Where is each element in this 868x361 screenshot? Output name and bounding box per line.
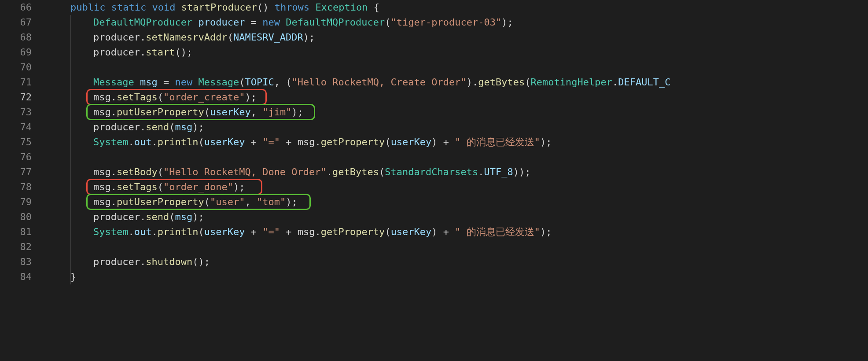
- indent-guide: [70, 269, 71, 284]
- code-line[interactable]: producer.setNamesrvAddr(NAMESRV_ADDR);: [48, 30, 868, 45]
- code-line[interactable]: [48, 60, 868, 75]
- token-punc: ) +: [431, 226, 455, 237]
- token-punc: (: [158, 166, 163, 177]
- token-type: System: [93, 136, 128, 147]
- token-type: Message: [93, 77, 134, 88]
- code-line[interactable]: DefaultMQProducer producer = new Default…: [48, 15, 868, 30]
- indent-guide: [70, 105, 71, 120]
- code-content: producer.send(msg);: [48, 210, 204, 225]
- indent-guide: [70, 90, 71, 105]
- token-field: out: [134, 226, 152, 237]
- code-area[interactable]: public static void startProducer() throw…: [44, 0, 868, 361]
- code-editor[interactable]: 66676869707172737475767778798081828384 p…: [0, 0, 868, 361]
- token-punc: .: [140, 122, 146, 133]
- token-punc: .: [140, 47, 146, 58]
- indent-guide: [70, 239, 71, 254]
- token-kw: static: [111, 2, 146, 13]
- code-line[interactable]: msg.setTags("order_create");: [48, 90, 868, 105]
- token-punc: (: [198, 136, 204, 147]
- line-number: 67: [0, 15, 32, 30]
- token-punc: (: [204, 107, 210, 118]
- token-fn: getProperty: [321, 226, 385, 237]
- token-punc: );: [286, 196, 298, 207]
- token-str: "user": [210, 196, 245, 207]
- code-line[interactable]: [48, 239, 868, 254]
- indent-guide: [70, 75, 71, 90]
- token-fn: println: [158, 226, 199, 237]
- code-line[interactable]: producer.send(msg);: [48, 120, 868, 135]
- code-content: DefaultMQProducer producer = new Default…: [48, 15, 513, 30]
- token-punc: =: [245, 17, 262, 28]
- token-fn: putUserProperty: [117, 196, 204, 207]
- token-var: userKey: [210, 107, 251, 118]
- indent-guide: [70, 120, 71, 135]
- code-line[interactable]: producer.start();: [48, 45, 868, 60]
- token-type: StandardCharsets: [385, 166, 478, 177]
- token-const: DEFAULT_C: [618, 77, 670, 88]
- line-number: 81: [0, 225, 32, 239]
- token-punc: +: [280, 226, 298, 237]
- token-punc: (: [228, 32, 233, 43]
- token-punc: ,: [245, 196, 257, 207]
- token-field: out: [134, 136, 152, 147]
- token-punc: );: [192, 122, 204, 133]
- token-str: "tom": [257, 196, 286, 207]
- code-content: System.out.println(userKey + "=" + msg.g…: [48, 225, 552, 239]
- code-line[interactable]: Message msg = new Message(TOPIC, ("Hello…: [48, 75, 868, 90]
- code-content: msg.setBody("Hello RocketMQ, Done Order"…: [48, 165, 530, 180]
- token-str: "Hello RocketMQ, Create Order": [291, 77, 466, 88]
- token-punc: (: [385, 226, 390, 237]
- line-number: 83: [0, 254, 32, 269]
- token-punc: ();: [192, 256, 210, 267]
- code-line[interactable]: msg.putUserProperty("user", "tom");: [48, 195, 868, 210]
- token-var: userKey: [391, 226, 432, 237]
- token-type: DefaultMQProducer: [93, 17, 192, 28]
- code-line[interactable]: System.out.println(userKey + "=" + msg.g…: [48, 135, 868, 150]
- code-line[interactable]: System.out.println(userKey + "=" + msg.g…: [48, 225, 868, 239]
- token-ident: msg: [93, 181, 111, 192]
- token-punc: .: [140, 256, 146, 267]
- token-punc: );: [233, 181, 245, 192]
- token-fn: getBytes: [332, 166, 379, 177]
- line-number: 66: [0, 0, 32, 15]
- token-var: msg: [175, 211, 192, 222]
- token-punc: );: [540, 136, 552, 147]
- token-punc: (: [379, 166, 385, 177]
- token-punc: .: [128, 226, 134, 237]
- indent-guide: [70, 180, 71, 195]
- token-punc: [175, 2, 181, 13]
- token-fn: putUserProperty: [117, 107, 204, 118]
- token-punc: );: [540, 226, 552, 237]
- token-punc: ));: [513, 166, 531, 177]
- code-line[interactable]: msg.setTags("order_done");: [48, 180, 868, 195]
- token-ident: producer: [93, 47, 140, 58]
- token-punc: (: [385, 17, 390, 28]
- code-line[interactable]: producer.send(msg);: [48, 210, 868, 225]
- indent-guide: [70, 225, 71, 239]
- token-kw: void: [152, 2, 175, 13]
- token-ident: msg: [298, 226, 315, 237]
- token-var: msg: [140, 77, 158, 88]
- indent-guide: [70, 15, 71, 30]
- token-fn: getProperty: [321, 136, 385, 147]
- indent-guide: [70, 195, 71, 210]
- token-punc: {: [368, 2, 380, 13]
- token-punc: [134, 77, 140, 88]
- token-punc: .: [478, 166, 484, 177]
- code-line[interactable]: [48, 150, 868, 165]
- code-line[interactable]: msg.putUserProperty(userKey, "jim");: [48, 105, 868, 120]
- code-line[interactable]: }: [48, 269, 868, 284]
- code-content: msg.putUserProperty(userKey, "jim");: [48, 105, 303, 120]
- line-number: 75: [0, 135, 32, 150]
- code-line[interactable]: msg.setBody("Hello RocketMQ, Done Order"…: [48, 165, 868, 180]
- token-punc: );: [192, 211, 204, 222]
- code-line[interactable]: producer.shutdown();: [48, 254, 868, 269]
- line-number: 82: [0, 239, 32, 254]
- token-type: Exception: [315, 2, 368, 13]
- token-punc: (: [198, 226, 204, 237]
- token-fn: setTags: [117, 181, 158, 192]
- token-punc: .: [151, 226, 157, 237]
- token-ident: producer: [93, 211, 140, 222]
- token-punc: }: [70, 271, 76, 282]
- code-line[interactable]: public static void startProducer() throw…: [48, 0, 868, 15]
